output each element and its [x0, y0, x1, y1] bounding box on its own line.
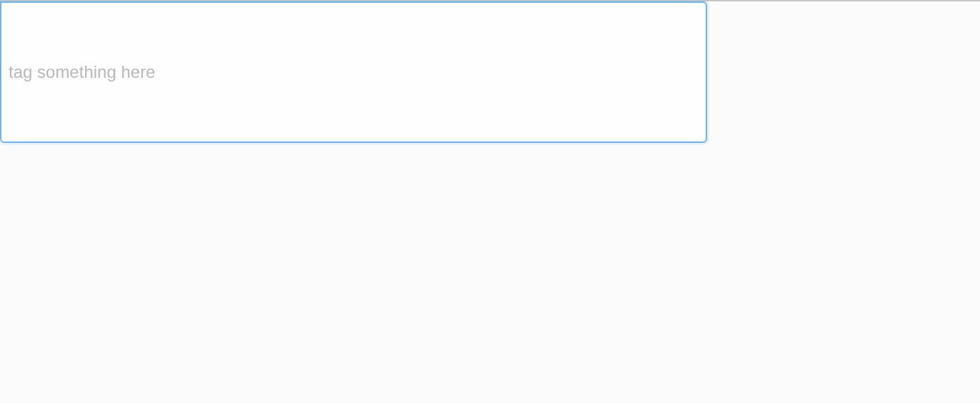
tag-input-container[interactable] — [0, 1, 707, 143]
tag-input[interactable] — [9, 10, 699, 134]
